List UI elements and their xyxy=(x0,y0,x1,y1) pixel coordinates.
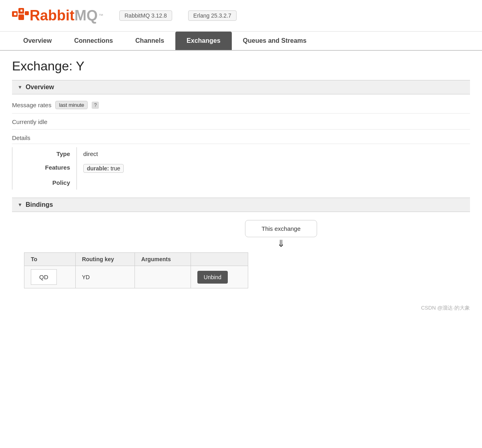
currently-idle-text: Currently idle xyxy=(12,118,470,130)
bindings-table: To Routing key Arguments QDYDUnbind xyxy=(24,252,248,288)
svg-rect-3 xyxy=(25,11,29,15)
nav-item-exchanges[interactable]: Exchanges xyxy=(175,32,231,50)
down-arrow-icon: ⇓ xyxy=(277,239,285,248)
bindings-section-header[interactable]: ▼ Bindings xyxy=(12,198,470,212)
overview-section-header[interactable]: ▼ Overview xyxy=(12,80,470,94)
durable-badge: durable: true xyxy=(83,164,124,173)
col-action xyxy=(191,253,248,266)
svg-rect-5 xyxy=(20,10,22,12)
main-nav: Overview Connections Channels Exchanges … xyxy=(0,32,482,51)
header: RabbitMQ™ RabbitMQ 3.12.8 Erlang 25.3.2.… xyxy=(0,0,482,32)
details-label: Details xyxy=(12,134,470,144)
type-value: direct xyxy=(76,147,470,161)
durable-label: durable: xyxy=(87,165,109,172)
bindings-diagram: This exchange ⇓ xyxy=(92,220,470,248)
policy-value xyxy=(76,176,470,190)
details-table: Type direct Features durable: true Polic… xyxy=(12,147,470,190)
footer-note: CSDN @溜达·的大象 xyxy=(0,296,482,320)
policy-row: Policy xyxy=(12,176,470,190)
last-minute-badge[interactable]: last minute xyxy=(55,101,88,109)
svg-rect-4 xyxy=(14,13,16,15)
logo-tm: ™ xyxy=(98,13,103,18)
binding-routing-key-cell: YD xyxy=(75,266,135,288)
nav-item-overview[interactable]: Overview xyxy=(12,32,63,50)
main-content: Exchange: Y ▼ Overview Message rates las… xyxy=(0,51,482,296)
features-key: Features xyxy=(12,161,76,174)
this-exchange-box: This exchange xyxy=(245,220,317,237)
logo-mq-text: MQ xyxy=(74,7,98,24)
queue-name-box: QD xyxy=(31,269,57,285)
durable-value: true xyxy=(110,165,120,172)
nav-item-channels[interactable]: Channels xyxy=(124,32,175,50)
unbind-button[interactable]: Unbind xyxy=(197,271,228,284)
features-value: durable: true xyxy=(76,161,470,176)
erlang-version-badge: Erlang 25.3.2.7 xyxy=(188,10,237,21)
col-routing-key: Routing key xyxy=(75,253,135,266)
type-row: Type direct xyxy=(12,147,470,161)
bindings-section-title: Bindings xyxy=(26,201,53,208)
nav-item-queues[interactable]: Queues and Streams xyxy=(232,32,318,50)
col-arguments: Arguments xyxy=(135,253,191,266)
binding-arguments-cell xyxy=(135,266,191,288)
table-row: QDYDUnbind xyxy=(24,266,248,288)
bindings-chevron-icon: ▼ xyxy=(18,202,22,208)
rabbitmq-version-badge: RabbitMQ 3.12.8 xyxy=(119,10,172,21)
svg-rect-2 xyxy=(18,14,24,20)
overview-section-title: Overview xyxy=(26,84,54,91)
message-rates-label: Message rates xyxy=(12,102,51,108)
page-title: Exchange: Y xyxy=(12,59,470,74)
features-row: Features durable: true xyxy=(12,161,470,176)
type-key: Type xyxy=(12,147,76,160)
binding-to-cell: QD xyxy=(24,266,76,288)
binding-action-cell: Unbind xyxy=(191,266,248,288)
logo-rabbit-text: Rabbit xyxy=(30,7,74,24)
message-rates-row: Message rates last minute ? xyxy=(12,101,470,114)
rabbitmq-logo-icon xyxy=(12,8,30,23)
overview-chevron-icon: ▼ xyxy=(18,84,22,90)
logo: RabbitMQ™ xyxy=(12,7,103,24)
help-icon[interactable]: ? xyxy=(92,102,99,109)
col-to: To xyxy=(24,253,76,266)
nav-item-connections[interactable]: Connections xyxy=(63,32,124,50)
policy-key: Policy xyxy=(12,176,76,189)
